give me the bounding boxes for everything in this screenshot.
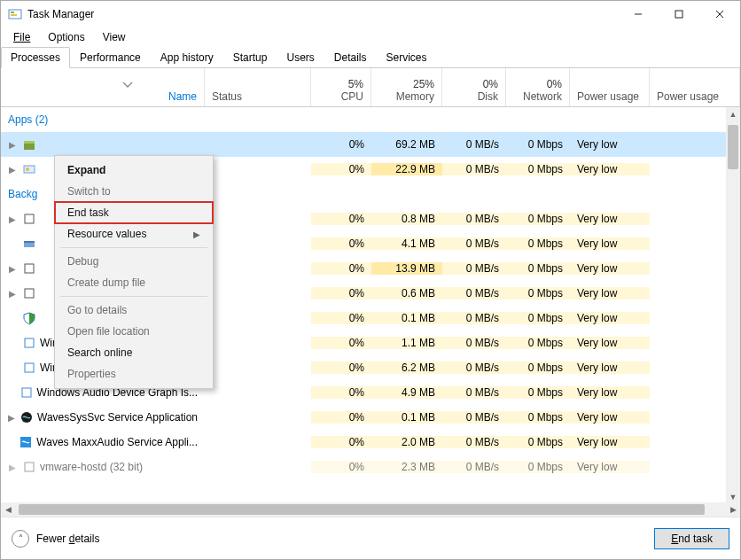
tab-details[interactable]: Details [324,47,377,68]
header-power-usage-2[interactable]: Power usage [650,68,740,106]
vscroll-thumb[interactable] [728,125,738,169]
header-name-label: Name [168,90,197,103]
process-icon [22,361,36,375]
shield-icon [22,311,36,325]
vertical-scrollbar[interactable]: ▲ ▼ [726,107,740,504]
menu-view[interactable]: View [96,29,133,45]
svg-rect-8 [24,141,35,144]
process-icon [22,286,36,300]
scroll-right-icon[interactable]: ▶ [726,502,740,517]
header-disk[interactable]: 0%Disk [442,68,506,106]
svg-rect-21 [25,463,34,471]
table-row[interactable]: ▶WavesSysSvc Service Application 0%0.1 M… [1,405,726,430]
header-network[interactable]: 0%Network [506,68,570,106]
tab-row: Processes Performance App history Startu… [1,47,740,68]
close-button[interactable] [699,1,740,27]
tab-app-history[interactable]: App history [151,47,223,68]
ctx-switch-to[interactable]: Switch to [55,181,213,202]
task-manager-icon [8,7,22,21]
footer: ˄ Fewer details End task [1,517,740,559]
svg-rect-2 [11,14,17,16]
tab-processes[interactable]: Processes [1,47,70,68]
tab-services[interactable]: Services [377,47,437,68]
svg-rect-1 [11,12,14,13]
process-icon [19,435,33,449]
expand-icon[interactable]: ▶ [6,214,19,224]
menubar: File Options View [1,27,740,47]
menu-file[interactable]: File [6,29,37,45]
window-controls [618,1,740,27]
table-row[interactable]: ▶vmware-hostd (32 bit) 0%2.3 MB0 MB/s0 M… [1,455,726,479]
process-icon [22,336,36,350]
hscroll-thumb[interactable] [19,504,705,515]
tab-performance[interactable]: Performance [70,47,151,68]
process-icon [22,261,36,276]
svg-point-10 [26,167,29,171]
process-icon [20,385,34,400]
menu-options[interactable]: Options [41,29,91,45]
app-icon [22,162,36,176]
tab-users[interactable]: Users [277,47,324,68]
process-icon [22,460,36,474]
minimize-button[interactable] [618,1,659,27]
scroll-left-icon[interactable]: ◀ [1,502,15,517]
svg-rect-16 [25,338,34,347]
column-headers: Name Status 5%CPU 25%Memory 0%Disk 0%Net… [1,68,740,107]
ctx-expand[interactable]: Expand [55,159,213,181]
ctx-debug[interactable]: Debug [55,251,213,272]
end-task-button[interactable]: End task [654,528,729,549]
header-cpu[interactable]: 5%CPU [311,68,371,106]
expand-icon[interactable]: ▶ [6,413,16,423]
scroll-up-icon[interactable]: ▲ [726,107,740,121]
header-power-usage[interactable]: Power usage [570,68,650,106]
horizontal-scrollbar[interactable]: ◀ ▶ [1,502,740,517]
ctx-go-details[interactable]: Go to details [55,299,213,321]
ctx-search-online[interactable]: Search online [55,342,213,363]
maximize-button[interactable] [659,1,699,27]
tab-startup[interactable]: Startup [223,47,277,68]
ctx-open-file-location[interactable]: Open file location [55,321,213,342]
process-icon [22,212,36,226]
table-row[interactable]: ▶Waves MaxxAudio Service Appli... 0%2.0 … [1,430,726,455]
expand-icon[interactable]: ▶ [6,289,19,299]
svg-rect-13 [24,241,35,243]
ctx-create-dump[interactable]: Create dump file [55,272,213,293]
titlebar: Task Manager [1,1,740,27]
fewer-details-label: Fewer details [36,533,99,545]
chevron-right-icon: ▶ [193,229,200,239]
group-apps[interactable]: Apps (2) [1,107,726,132]
process-icon [20,410,34,424]
expand-icon[interactable]: ▶ [6,463,19,472]
process-icon [22,237,36,251]
context-menu: Expand Switch to End task Resource value… [54,155,214,389]
separator [60,247,207,248]
svg-rect-14 [25,264,34,273]
fewer-details-button[interactable]: ˄ Fewer details [12,530,99,548]
window-title: Task Manager [27,8,618,20]
svg-rect-4 [675,11,682,18]
expand-icon[interactable]: ▶ [6,165,19,175]
svg-rect-15 [25,289,34,298]
ctx-end-task[interactable]: End task [55,202,213,223]
svg-rect-11 [25,214,34,223]
header-status[interactable]: Status [205,68,311,106]
expand-icon[interactable]: ▶ [6,264,19,274]
header-name[interactable]: Name [1,68,205,106]
chevron-down-icon[interactable] [122,79,133,91]
svg-rect-17 [25,363,34,372]
separator [60,296,207,297]
app-icon [22,137,36,152]
header-memory[interactable]: 25%Memory [371,68,442,106]
ctx-properties[interactable]: Properties [55,363,213,385]
table-row[interactable]: ▶ 0% 69.2 MB 0 MB/s 0 Mbps Very low [1,132,726,157]
ctx-resource-values[interactable]: Resource values▶ [55,223,213,245]
svg-rect-18 [22,388,31,397]
chevron-up-circle-icon: ˄ [12,530,29,548]
expand-icon[interactable]: ▶ [6,140,19,150]
